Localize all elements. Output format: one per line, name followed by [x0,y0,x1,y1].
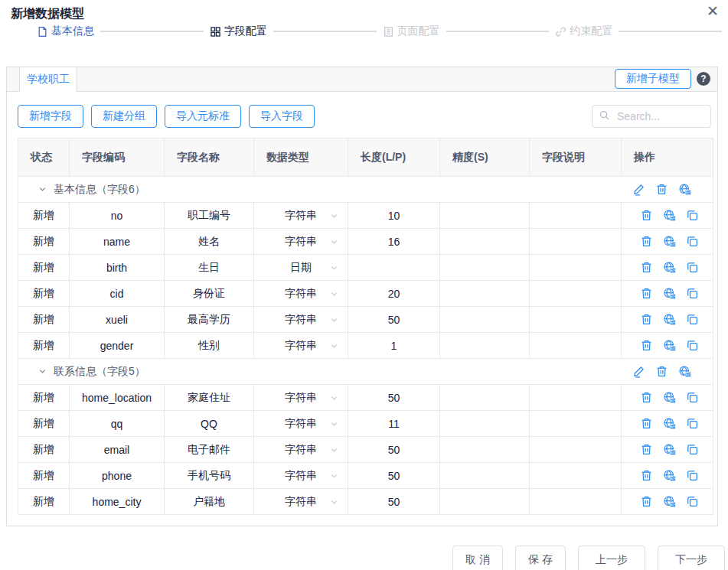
delete-icon[interactable] [640,287,653,300]
save-button[interactable]: 保 存 [515,546,566,570]
translate-icon[interactable]: En [663,495,676,508]
data-type-select[interactable]: 字符串 [254,307,348,333]
translate-icon[interactable]: En [663,209,676,222]
table-row: 新增gender性别字符串1En [18,333,713,359]
step-4[interactable]: 约束配置 [555,24,612,38]
toolbar-button-4[interactable]: 导入字段 [249,105,315,128]
copy-icon[interactable] [686,391,699,404]
prev-step-button[interactable]: 上一步 [578,546,645,570]
copy-icon[interactable] [686,339,699,352]
cell-description [530,463,622,489]
delete-icon[interactable] [640,339,653,352]
step-label: 字段配置 [224,24,267,38]
delete-icon[interactable] [640,443,653,456]
step-label: 约束配置 [570,24,612,38]
delete-icon[interactable] [655,365,668,378]
translate-icon[interactable]: En [663,313,676,326]
close-icon[interactable]: ✕ [707,4,719,18]
delete-icon[interactable] [640,209,653,222]
translate-icon[interactable]: En [663,443,676,456]
group-title: 联系信息（字段5） [54,365,145,379]
delete-icon[interactable] [640,235,653,248]
delete-icon[interactable] [640,261,653,274]
data-type-select[interactable]: 字符串 [254,463,348,489]
copy-icon[interactable] [686,261,699,274]
delete-icon[interactable] [640,495,653,508]
delete-icon[interactable] [640,417,653,430]
translate-icon[interactable]: En [663,261,676,274]
group-label[interactable]: 联系信息（字段5） [18,365,622,379]
translate-icon[interactable]: En [663,235,676,248]
copy-icon[interactable] [686,313,699,326]
toolbar-button-1[interactable]: 新增字段 [18,105,83,128]
edit-icon[interactable] [632,365,645,378]
data-type-select[interactable]: 字符串 [254,437,348,463]
data-type-value: 字符串 [285,443,317,455]
cell-field-name: 家庭住址 [165,385,254,411]
copy-icon[interactable] [686,209,699,222]
group-label[interactable]: 基本信息（字段6） [18,183,622,197]
ops-group: En [622,209,713,222]
delete-icon[interactable] [655,183,668,196]
table-header-row: 状态字段编码字段名称数据类型长度(L/P)精度(S)字段说明操作 [18,138,713,177]
table-row: 新增xueli最高学历字符串50En [18,307,713,333]
step-connector [619,31,722,32]
translate-icon[interactable]: En [678,365,691,378]
next-step-button[interactable]: 下一步 [658,546,725,570]
data-type-select[interactable]: 字符串 [254,203,348,229]
copy-icon[interactable] [686,469,699,482]
cancel-button[interactable]: 取 消 [452,546,503,570]
delete-icon[interactable] [640,313,653,326]
data-type-select[interactable]: 字符串 [254,411,348,437]
copy-icon[interactable] [686,443,699,456]
ops-cell: En [622,359,713,385]
toolbar-button-2[interactable]: 新建分组 [91,105,157,128]
step-2[interactable]: 字段配置 [210,24,267,38]
data-type-select[interactable]: 字符串 [254,281,348,307]
svg-text:En: En [671,243,675,246]
cell-precision [440,489,530,515]
search-box[interactable] [592,105,711,128]
translate-icon[interactable]: En [663,339,676,352]
chevron-down-icon [38,367,47,376]
ops-group: En [622,287,713,300]
copy-icon[interactable] [686,287,699,300]
translate-icon[interactable]: En [663,469,676,482]
copy-icon[interactable] [686,495,699,508]
data-type-select[interactable]: 日期 [254,255,348,281]
data-type-select[interactable]: 字符串 [254,385,348,411]
ops-group: En [622,469,713,482]
toolbar-button-3[interactable]: 导入元标准 [165,105,241,128]
translate-icon[interactable]: En [663,391,676,404]
translate-icon[interactable]: En [663,287,676,300]
translate-icon[interactable]: En [663,417,676,430]
data-type-select[interactable]: 字符串 [254,489,348,515]
delete-icon[interactable] [640,391,653,404]
cell-status: 新增 [18,385,70,411]
data-type-select[interactable]: 字符串 [254,229,348,255]
column-header: 操作 [622,138,713,177]
step-connector [446,31,550,32]
translate-icon[interactable]: En [678,183,691,196]
search-input[interactable] [615,109,704,123]
cell-precision [440,385,530,411]
cell-description [530,411,622,437]
step-1[interactable]: 基本信息 [37,24,94,38]
table-row: 新增qqQQ字符串11En [18,411,713,437]
cell-field-name: 生日 [165,255,254,281]
copy-icon[interactable] [686,417,699,430]
step-3[interactable]: 页面配置 [383,24,440,38]
data-type-select[interactable]: 字符串 [254,333,348,359]
cell-field-code: phone [70,463,165,489]
cell-field-name: QQ [165,411,254,437]
help-icon[interactable]: ? [697,72,710,86]
ops-cell: En [622,411,713,437]
copy-icon[interactable] [686,235,699,248]
group-label-cell: 联系信息（字段5） [18,359,622,385]
tab-school-staff[interactable]: 学校职工 [19,67,77,92]
table-row: 新增birth生日日期En [18,255,713,281]
edit-icon[interactable] [632,183,645,196]
data-type-value: 字符串 [285,339,317,351]
add-submodel-button[interactable]: 新增子模型 [615,69,691,89]
delete-icon[interactable] [640,469,653,482]
